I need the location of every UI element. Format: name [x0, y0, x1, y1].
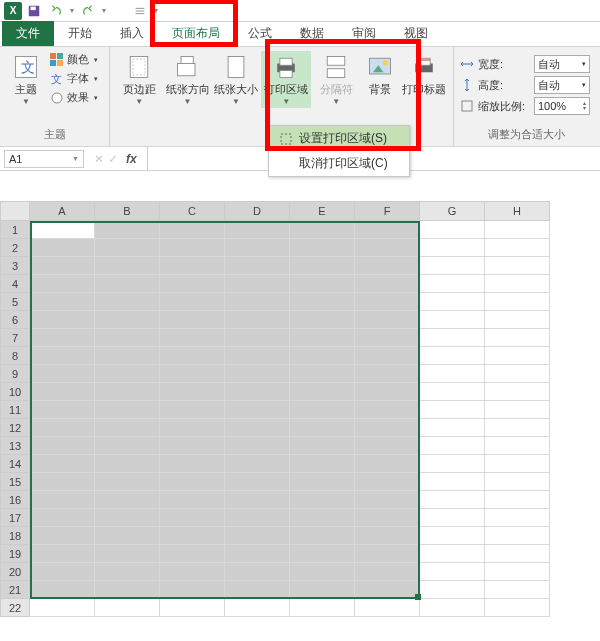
cell[interactable]: [290, 401, 355, 419]
cell[interactable]: [160, 563, 225, 581]
cell[interactable]: [355, 509, 420, 527]
row-header-16[interactable]: 16: [0, 491, 30, 509]
cell[interactable]: [420, 221, 485, 239]
cell[interactable]: [95, 257, 160, 275]
cell[interactable]: [30, 455, 95, 473]
redo-dropdown-icon[interactable]: ▼: [100, 2, 108, 20]
cell[interactable]: [420, 401, 485, 419]
cell[interactable]: [355, 383, 420, 401]
cell[interactable]: [30, 473, 95, 491]
cell[interactable]: [160, 455, 225, 473]
cell[interactable]: [95, 599, 160, 617]
cell[interactable]: [225, 275, 290, 293]
tab-formulas[interactable]: 公式: [234, 21, 286, 46]
cell[interactable]: [420, 275, 485, 293]
cell[interactable]: [355, 347, 420, 365]
name-box[interactable]: A1▼: [4, 150, 84, 168]
cell[interactable]: [30, 329, 95, 347]
cell[interactable]: [355, 329, 420, 347]
save-icon[interactable]: [24, 2, 44, 20]
cell[interactable]: [420, 329, 485, 347]
cell[interactable]: [160, 257, 225, 275]
fx-icon[interactable]: fx: [122, 152, 141, 166]
cell[interactable]: [485, 221, 550, 239]
row-header-18[interactable]: 18: [0, 527, 30, 545]
cell[interactable]: [95, 365, 160, 383]
cell[interactable]: [290, 455, 355, 473]
cell[interactable]: [290, 545, 355, 563]
cell[interactable]: [160, 419, 225, 437]
col-header-H[interactable]: H: [485, 201, 550, 221]
cell[interactable]: [30, 581, 95, 599]
cell[interactable]: [160, 221, 225, 239]
cell[interactable]: [95, 347, 160, 365]
cell[interactable]: [225, 599, 290, 617]
cell[interactable]: [485, 527, 550, 545]
cell[interactable]: [95, 527, 160, 545]
cell[interactable]: [160, 275, 225, 293]
row-header-14[interactable]: 14: [0, 455, 30, 473]
cell[interactable]: [355, 275, 420, 293]
cell[interactable]: [420, 383, 485, 401]
row-header-22[interactable]: 22: [0, 599, 30, 617]
cell[interactable]: [160, 329, 225, 347]
cell[interactable]: [355, 239, 420, 257]
cell[interactable]: [225, 509, 290, 527]
cell[interactable]: [485, 311, 550, 329]
print-titles-button[interactable]: 打印标题: [401, 51, 447, 98]
undo-icon[interactable]: [46, 2, 66, 20]
col-header-C[interactable]: C: [160, 201, 225, 221]
cell[interactable]: [225, 221, 290, 239]
size-button[interactable]: 纸张大小▼: [213, 51, 259, 108]
row-header-12[interactable]: 12: [0, 419, 30, 437]
col-header-D[interactable]: D: [225, 201, 290, 221]
cell[interactable]: [225, 545, 290, 563]
cell[interactable]: [485, 437, 550, 455]
cell[interactable]: [30, 509, 95, 527]
row-header-4[interactable]: 4: [0, 275, 30, 293]
row-header-15[interactable]: 15: [0, 473, 30, 491]
cell[interactable]: [160, 239, 225, 257]
cell[interactable]: [420, 581, 485, 599]
cell[interactable]: [355, 257, 420, 275]
cell[interactable]: [30, 491, 95, 509]
cell[interactable]: [95, 329, 160, 347]
row-header-1[interactable]: 1: [0, 221, 30, 239]
cell[interactable]: [290, 599, 355, 617]
cell[interactable]: [355, 419, 420, 437]
cell[interactable]: [160, 599, 225, 617]
cell[interactable]: [225, 491, 290, 509]
cell[interactable]: [160, 545, 225, 563]
col-header-F[interactable]: F: [355, 201, 420, 221]
cell[interactable]: [420, 491, 485, 509]
themes-button[interactable]: 文 主题 ▼: [6, 51, 46, 108]
cell[interactable]: [485, 563, 550, 581]
margins-button[interactable]: 页边距▼: [116, 51, 162, 108]
cell[interactable]: [485, 365, 550, 383]
cell[interactable]: [30, 401, 95, 419]
tab-view[interactable]: 视图: [390, 21, 442, 46]
cell[interactable]: [95, 401, 160, 419]
cell[interactable]: [30, 563, 95, 581]
cell[interactable]: [420, 293, 485, 311]
cell[interactable]: [485, 257, 550, 275]
cell[interactable]: [485, 455, 550, 473]
cell[interactable]: [160, 383, 225, 401]
cell[interactable]: [290, 257, 355, 275]
cell[interactable]: [225, 239, 290, 257]
cell[interactable]: [95, 473, 160, 491]
cell[interactable]: [290, 329, 355, 347]
cell[interactable]: [290, 437, 355, 455]
cell[interactable]: [30, 599, 95, 617]
tab-review[interactable]: 审阅: [338, 21, 390, 46]
fonts-button[interactable]: 文字体▾: [48, 70, 100, 87]
cell[interactable]: [225, 401, 290, 419]
cell[interactable]: [355, 311, 420, 329]
cell[interactable]: [225, 293, 290, 311]
cell[interactable]: [355, 581, 420, 599]
height-select[interactable]: 自动▾: [534, 76, 590, 94]
cell[interactable]: [420, 311, 485, 329]
cell[interactable]: [355, 293, 420, 311]
cell[interactable]: [95, 437, 160, 455]
col-header-A[interactable]: A: [30, 201, 95, 221]
